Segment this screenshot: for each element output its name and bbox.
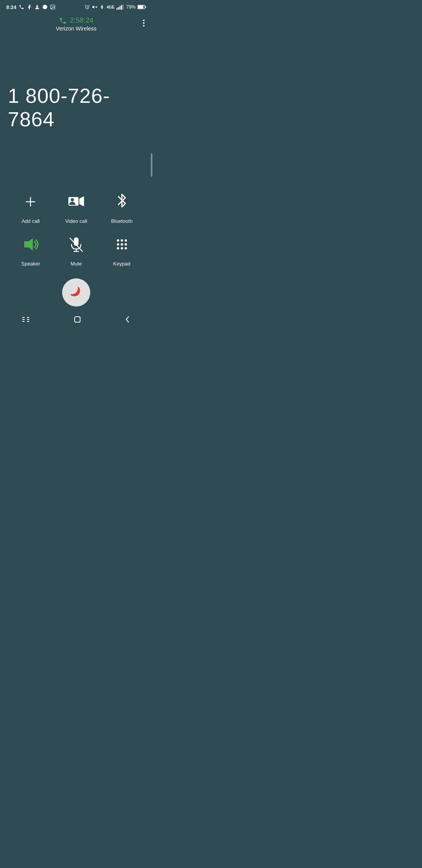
end-call-section bbox=[0, 271, 152, 310]
end-call-button[interactable] bbox=[62, 278, 90, 307]
phone-number-display: 1 800-726-7864 bbox=[8, 84, 145, 131]
back-icon bbox=[125, 315, 131, 324]
plus-icon bbox=[23, 194, 38, 210]
data-icon bbox=[99, 4, 105, 10]
silent-icon bbox=[92, 4, 97, 10]
battery-percent: 79% bbox=[126, 4, 136, 10]
speaker-icon bbox=[22, 237, 39, 252]
speaker-button[interactable]: Speaker bbox=[12, 232, 50, 267]
svg-point-24 bbox=[117, 239, 119, 242]
home-button[interactable] bbox=[73, 315, 82, 324]
svg-rect-39 bbox=[75, 317, 80, 322]
add-call-button[interactable]: Add call bbox=[12, 189, 50, 224]
svg-rect-13 bbox=[145, 6, 146, 8]
battery-icon bbox=[138, 5, 146, 9]
svg-point-2 bbox=[52, 6, 52, 7]
svg-point-18 bbox=[71, 198, 74, 201]
svg-rect-10 bbox=[123, 4, 124, 9]
keypad-icon-wrapper bbox=[109, 232, 134, 257]
svg-rect-6 bbox=[116, 8, 118, 10]
mute-icon-wrapper bbox=[64, 232, 89, 257]
video-call-button[interactable]: Video call bbox=[57, 189, 95, 224]
back-button[interactable] bbox=[125, 315, 131, 324]
svg-point-27 bbox=[117, 243, 119, 246]
home-icon bbox=[73, 315, 82, 324]
facebook-icon bbox=[27, 4, 32, 10]
mute-icon bbox=[68, 236, 84, 253]
svg-rect-9 bbox=[121, 5, 122, 10]
keypad-label: Keypad bbox=[113, 261, 131, 267]
svg-rect-12 bbox=[138, 5, 143, 9]
phone-icon bbox=[19, 4, 24, 10]
timer-text: 2:58:24 bbox=[70, 16, 93, 25]
bluetooth-icon-wrapper bbox=[109, 189, 134, 214]
svg-point-25 bbox=[121, 239, 123, 242]
messenger-icon bbox=[42, 4, 48, 10]
svg-rect-8 bbox=[120, 6, 121, 9]
add-call-icon-wrapper bbox=[18, 189, 43, 214]
call-header: 2:58:24 Verizon Wireless bbox=[0, 13, 152, 33]
svg-point-26 bbox=[125, 239, 127, 242]
end-call-icon bbox=[69, 285, 83, 299]
svg-point-31 bbox=[121, 247, 123, 249]
video-icon bbox=[68, 195, 85, 208]
navigation-bar bbox=[0, 310, 152, 330]
svg-marker-17 bbox=[79, 196, 84, 206]
phone-number-section: 1 800-726-7864 bbox=[0, 33, 152, 181]
mute-label: Mute bbox=[71, 261, 82, 267]
svg-marker-19 bbox=[24, 238, 33, 251]
status-right-icons: 4GE 79% bbox=[84, 4, 146, 10]
speaker-icon-wrapper bbox=[18, 232, 43, 257]
svg-point-32 bbox=[125, 247, 127, 249]
video-call-icon-wrapper bbox=[64, 189, 89, 214]
active-call-icon bbox=[59, 17, 67, 25]
more-options-button[interactable] bbox=[141, 18, 146, 28]
carrier-name: Verizon Wireless bbox=[56, 25, 97, 32]
time-display: 8:24 bbox=[6, 4, 16, 10]
call-info: 2:58:24 Verizon Wireless bbox=[56, 16, 97, 32]
keypad-button[interactable]: Keypad bbox=[103, 232, 141, 267]
svg-rect-7 bbox=[118, 7, 119, 10]
bluetooth-icon bbox=[115, 193, 129, 210]
svg-point-28 bbox=[121, 243, 123, 246]
scroll-indicator bbox=[151, 153, 152, 177]
image-icon bbox=[50, 4, 55, 10]
recent-apps-icon bbox=[21, 316, 30, 323]
status-bar: 8:24 4GE 79% bbox=[0, 0, 152, 13]
recent-apps-button[interactable] bbox=[21, 316, 30, 323]
svg-point-0 bbox=[36, 5, 38, 7]
mute-button[interactable]: Mute bbox=[57, 232, 95, 267]
user-icon bbox=[34, 4, 40, 10]
speaker-label: Speaker bbox=[21, 261, 40, 267]
action-buttons-grid: Add call Video call Bluetooth bbox=[0, 181, 152, 271]
signal-icon bbox=[116, 4, 124, 10]
add-call-label: Add call bbox=[21, 218, 39, 224]
keypad-icon bbox=[114, 237, 130, 252]
call-timer: 2:58:24 bbox=[59, 16, 93, 25]
network-type: 4GE bbox=[107, 5, 114, 9]
video-call-label: Video call bbox=[65, 218, 87, 224]
svg-point-29 bbox=[125, 243, 127, 246]
svg-point-30 bbox=[117, 247, 119, 249]
bluetooth-label: Bluetooth bbox=[111, 218, 132, 224]
status-time: 8:24 bbox=[6, 4, 55, 10]
alarm-icon bbox=[84, 4, 90, 10]
bluetooth-button[interactable]: Bluetooth bbox=[103, 189, 141, 224]
